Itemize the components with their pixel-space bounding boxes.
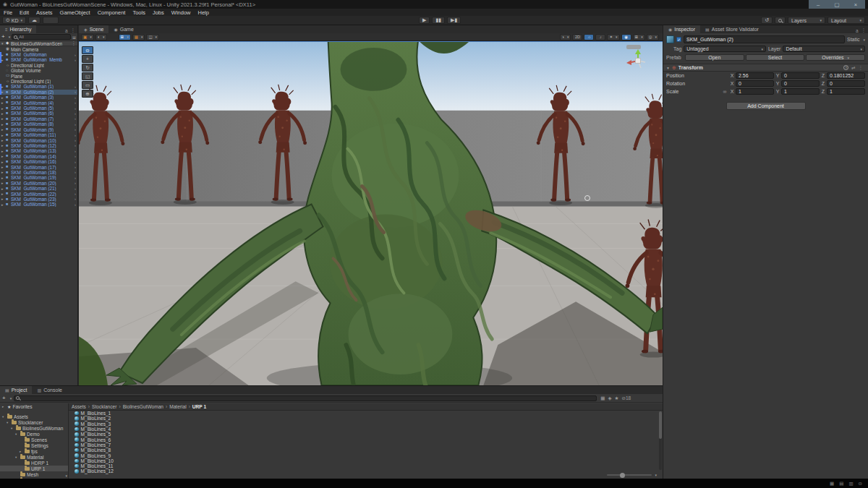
project-search-input[interactable]	[14, 395, 597, 401]
move-tool[interactable]: +	[82, 55, 93, 63]
icon-size-slider[interactable]	[607, 474, 652, 476]
component-gizmos-button[interactable]: ◎▾	[647, 34, 659, 40]
file-item[interactable]: M_BioLines_8	[69, 448, 663, 453]
file-item[interactable]: M_BioLines_5	[69, 432, 663, 437]
prefab-overrides-dropdown[interactable]: Overrides▾	[806, 54, 865, 61]
maximize-button[interactable]: ▢	[827, 1, 846, 8]
tab-scene[interactable]: ◈Scene	[79, 25, 109, 33]
file-item[interactable]: M_BioLines_2	[69, 416, 663, 421]
project-tree-item[interactable]: ▸fps	[0, 448, 68, 454]
hierarchy-item[interactable]: ▸■SKM_GutWoman (18)›	[0, 170, 77, 175]
prefab-open-arrow-icon[interactable]: ›	[75, 197, 77, 201]
hierarchy-item[interactable]: ▸■SKM_GutWoman (17)›	[0, 164, 77, 169]
file-item[interactable]: M_BioLines_1	[69, 411, 663, 416]
expander-icon[interactable]: ▾	[7, 421, 10, 424]
project-tree-item[interactable]: ▾Stocklancer	[0, 419, 68, 425]
prefab-open-arrow-icon[interactable]: ›	[75, 154, 77, 158]
prefab-open-arrow-icon[interactable]: ›	[75, 53, 77, 57]
breadcrumb-item[interactable]: Material	[169, 404, 186, 409]
hierarchy-search-input[interactable]: All	[12, 34, 71, 40]
prefab-open-button[interactable]: Open	[685, 54, 744, 61]
scale-tool[interactable]: ◱	[82, 72, 93, 80]
expander-icon[interactable]: ▾	[15, 432, 19, 436]
filter-label-icon[interactable]: ◈	[608, 395, 611, 401]
hierarchy-item[interactable]: ◉Main Camera	[0, 46, 77, 51]
prefab-open-arrow-icon[interactable]: ›	[75, 95, 77, 100]
menu-gameobject[interactable]: GameObject	[56, 9, 94, 16]
project-tree-item[interactable]: ▾Demo	[0, 431, 68, 437]
file-item[interactable]: M_BioLines_4	[69, 427, 663, 432]
static-dropdown[interactable]: Static▾	[847, 37, 865, 42]
hierarchy-item[interactable]: ▸■SKM_GutWoman (3)›	[0, 95, 77, 100]
tag-dropdown[interactable]: Untagged▾	[684, 46, 766, 52]
menu-file[interactable]: File	[0, 9, 16, 16]
expander-icon[interactable]: ▸	[20, 450, 23, 453]
tree-scroll-arrow[interactable]: ▾	[65, 474, 67, 478]
hidden-items-icon[interactable]: ⊘18	[621, 395, 631, 401]
position-y-field[interactable]: 0	[781, 72, 820, 79]
project-tree-item[interactable]: Scenes	[0, 437, 68, 442]
view-tool[interactable]: ⊙	[82, 46, 93, 54]
prefab-open-arrow-icon[interactable]: ›	[75, 202, 77, 207]
status-icon-4[interactable]: ⊙	[859, 481, 862, 487]
breadcrumb-item[interactable]: URP 1	[192, 404, 206, 409]
close-button[interactable]: ×	[846, 1, 865, 8]
prefab-select-button[interactable]: Select	[746, 54, 805, 61]
increment-snap-button[interactable]: ▦▾	[132, 34, 145, 40]
grid-visibility-button[interactable]: ⊞▾	[633, 34, 645, 40]
prefab-open-arrow-icon[interactable]: ›	[75, 176, 77, 180]
tab-project[interactable]: ▤Project	[0, 386, 32, 394]
prefab-open-arrow-icon[interactable]: ›	[75, 165, 77, 169]
scale-y-field[interactable]: 1	[781, 88, 820, 95]
prefab-open-arrow-icon[interactable]: ›	[75, 133, 77, 137]
hierarchy-add-button[interactable]: +	[1, 34, 5, 40]
prefab-open-arrow-icon[interactable]: ›	[75, 111, 77, 116]
project-tree-item[interactable]: ▾BiolinesGutWoman	[0, 425, 68, 431]
kebab-icon[interactable]: ⋮	[859, 65, 864, 71]
scene-lighting-button[interactable]: ☼	[584, 34, 594, 40]
tab-asset-store-validator[interactable]: ▤Asset Store Validator	[700, 25, 764, 33]
hierarchy-item[interactable]: ▸■SKM_GutWoman (23)›	[0, 197, 77, 202]
tool-settings-button[interactable]: ▣▾	[81, 34, 94, 40]
prefab-open-arrow-icon[interactable]: ›	[75, 100, 77, 105]
snap-align-button[interactable]: ◫▾	[146, 34, 159, 40]
hierarchy-item[interactable]: ▸■SKM_GutWoman (11)›	[0, 132, 77, 137]
status-icon-3[interactable]: ▥	[848, 481, 853, 487]
hierarchy-item[interactable]: ▸■SKM_GutWoman (20)›	[0, 181, 77, 186]
hierarchy-item[interactable]: ◌Global Volume	[0, 68, 77, 73]
hierarchy-item[interactable]: ▸■SKM_GutWoman (6)›	[0, 111, 77, 116]
position-x-field[interactable]: 2.56	[736, 72, 774, 79]
hierarchy-item[interactable]: ▸■SKM_GutWoman (7)›	[0, 116, 77, 121]
hierarchy-item[interactable]: ▸■SKM_GutWoman (22)›	[0, 191, 77, 196]
step-button[interactable]: ▶▮	[447, 17, 461, 24]
tab-console[interactable]: ▥Console	[32, 386, 67, 394]
hierarchy-item[interactable]: ▸■SKM_GutWoman (1)›	[0, 84, 77, 89]
menu-assets[interactable]: Assets	[33, 9, 56, 16]
file-item[interactable]: M_BioLines_7	[69, 442, 663, 448]
menu-edit[interactable]: Edit	[16, 9, 33, 16]
expander-icon[interactable]: ▾	[15, 455, 19, 459]
prefab-open-arrow-icon[interactable]: ›	[75, 170, 77, 174]
scene-visibility-button[interactable]: ◉	[621, 34, 631, 40]
file-list-scrollbar[interactable]	[659, 411, 662, 470]
prefab-open-arrow-icon[interactable]: ›	[75, 138, 77, 142]
prefab-open-arrow-icon[interactable]: ›	[75, 90, 77, 94]
empty-toolbar-field[interactable]	[43, 17, 59, 24]
breadcrumb-item[interactable]: Stocklancer	[92, 404, 116, 409]
presets-icon[interactable]: ⇄	[851, 65, 855, 71]
breadcrumb-item[interactable]: Assets	[72, 404, 86, 409]
project-tree-item[interactable]: HDRP 1	[0, 460, 68, 466]
menu-component[interactable]: Component	[94, 9, 129, 16]
prefab-open-arrow-icon[interactable]: ›	[75, 122, 77, 127]
hierarchy-item[interactable]: ☼Directional Light	[0, 63, 77, 68]
lock-icon[interactable]: a	[65, 28, 68, 33]
undo-history-button[interactable]: ↺	[761, 17, 773, 24]
hierarchy-item[interactable]: ▸■SKM_GutWoman (10)›	[0, 137, 77, 142]
pivot-rotation-button[interactable]: ◐▾	[95, 34, 107, 40]
prefab-open-arrow-icon[interactable]: ›	[75, 85, 77, 89]
expander-icon[interactable]: ▾	[11, 427, 14, 430]
kebab-icon[interactable]: ⋮	[72, 41, 77, 46]
rotation-z-field[interactable]: 0	[827, 80, 865, 87]
prefab-open-arrow-icon[interactable]: ›	[75, 143, 77, 147]
prefab-open-arrow-icon[interactable]: ›	[75, 181, 77, 185]
